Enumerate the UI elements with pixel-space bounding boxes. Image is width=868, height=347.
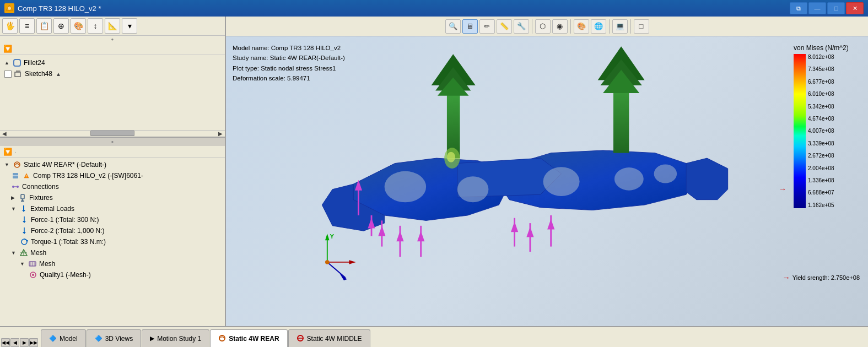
legend-value: 2.004e+08	[808, 165, 834, 171]
svg-point-5	[14, 162, 20, 167]
list-item[interactable]: Connections	[0, 181, 225, 192]
close-button[interactable]: ✕	[846, 2, 864, 14]
config-manager-button[interactable]: ⊕	[53, 18, 69, 34]
view-orient-button[interactable]: 🖥	[462, 19, 478, 34]
tab-prev-button[interactable]: ◀	[10, 338, 19, 347]
display-style-button[interactable]: ⬡	[535, 19, 551, 34]
list-item[interactable]: Force-1 (:Total: 300 N:)	[0, 214, 225, 225]
list-item[interactable]: ! Comp TR3 128 HILO_v2 (-[SW]6061-	[0, 170, 225, 181]
maximize-button[interactable]: □	[827, 2, 845, 14]
3dviews-tab-icon: 🔷	[95, 335, 103, 342]
svg-marker-17	[22, 210, 25, 212]
viewport[interactable]: 🔍 🖥 ✏ 📏 🔧 ⬡ ◉ 🎨 🌐 💻 □ Model name: Comp T…	[226, 17, 868, 326]
external-loads-icon	[19, 204, 28, 213]
bottom-tabs-bar: ◀◀ ◀ ▶ ▶▶ 🔷 Model 🔷 3D Views ▶ Motion St…	[0, 326, 868, 347]
svg-marker-23	[26, 240, 28, 242]
legend-pointer: →	[779, 185, 786, 193]
svg-marker-19	[23, 221, 26, 223]
zoom-tool-button[interactable]: 🔍	[445, 19, 461, 34]
warning-icon: !	[22, 171, 31, 180]
middle-splitter[interactable]: ●	[0, 138, 225, 146]
property-manager-button[interactable]: 📋	[36, 18, 52, 34]
tab-first-button[interactable]: ◀◀	[1, 338, 10, 347]
expand-arrow: ▼	[11, 250, 16, 256]
tree-item-label: Force-1 (:Total: 300 N:)	[31, 216, 99, 224]
list-item[interactable]: ▶ Fixtures	[0, 192, 225, 203]
svg-point-33	[385, 171, 427, 203]
svg-point-36	[614, 167, 644, 191]
yield-strength-marker: → Yield srength: 2.750e+08	[783, 273, 860, 282]
legend-value: 1.336e+08	[808, 177, 834, 183]
svg-point-71	[325, 260, 330, 264]
content-area: 🖐 ≡ 📋 ⊕ 🎨 ↕ 📐 ▾ ● 🔽 ▲	[0, 17, 868, 326]
display-manager-button[interactable]: 📐	[105, 18, 120, 34]
section-tool-button[interactable]: 🔧	[514, 19, 529, 34]
filter-separator: ·	[14, 148, 16, 156]
list-item[interactable]: ▼ Mesh	[0, 258, 225, 269]
list-item[interactable]: ▼ External Loads	[0, 203, 225, 214]
list-item[interactable]: ▲ Fillet24	[0, 57, 225, 68]
legend-value: 6.677e+08	[808, 79, 834, 85]
list-item[interactable]: Quality1 (-Mesh-)	[0, 269, 225, 280]
svg-marker-51	[417, 231, 424, 241]
list-item[interactable]: ▼ Static 4W REAR* (-Default-)	[0, 159, 225, 170]
svg-text:!: !	[26, 175, 27, 178]
tab-static-4w-rear[interactable]: Static 4W REAR	[210, 329, 287, 347]
scroll-up-arrow[interactable]: ▲	[55, 71, 62, 77]
svg-line-69	[327, 262, 346, 278]
legend-value: 6.010e+08	[808, 91, 834, 97]
tab-static-4w-middle[interactable]: Static 4W MIDDLE	[288, 329, 370, 347]
static-rear-tab-icon	[218, 334, 226, 343]
right-arrow[interactable]: ▶	[218, 131, 223, 137]
expand-arrow: ▼	[11, 206, 16, 212]
expand-arrow: ▶	[11, 195, 15, 200]
tree-item-checkbox[interactable]	[4, 71, 12, 78]
tab-3dviews-label: 3D Views	[105, 335, 133, 343]
tab-next-button[interactable]: ▶	[20, 338, 29, 347]
minimize-button[interactable]: —	[808, 2, 826, 14]
tab-model[interactable]: 🔷 Model	[41, 329, 86, 347]
tab-motion-study[interactable]: ▶ Motion Study 1	[142, 329, 209, 347]
toolbar-separator	[532, 19, 532, 34]
more-button[interactable]: □	[634, 19, 649, 34]
display-settings-button[interactable]: 💻	[612, 19, 628, 34]
scene-button[interactable]: 🌐	[591, 19, 606, 34]
left-arrow[interactable]: ◀	[2, 131, 7, 137]
list-item[interactable]: Force-2 (:Total: 1,000 N:)	[0, 225, 225, 236]
list-item[interactable]: Torque-1 (:Total: 33 N.m:)	[0, 236, 225, 247]
list-item[interactable]: Sketch48 ▲	[0, 68, 225, 79]
svg-point-63	[447, 152, 455, 162]
select-tool-button[interactable]: 🖐	[2, 18, 18, 34]
sketch-tool-button[interactable]: ✏	[479, 19, 495, 34]
list-item[interactable]: ▼ Mesh	[0, 247, 225, 258]
appearance-manager-button[interactable]: 🎨	[71, 18, 86, 34]
legend-value: 5.342e+08	[808, 104, 834, 110]
svg-marker-47	[378, 226, 385, 236]
main-container: 🖐 ≡ 📋 ⊕ 🎨 ↕ 📐 ▾ ● 🔽 ▲	[0, 17, 868, 347]
filter-bar: 🔽	[0, 43, 225, 55]
svg-marker-59	[547, 219, 554, 230]
legend-pointer-arrow: →	[779, 185, 786, 193]
svg-point-32	[32, 274, 34, 276]
feature-manager-button[interactable]: ≡	[19, 18, 35, 34]
tab-3dviews[interactable]: 🔷 3D Views	[87, 329, 141, 347]
toolbar-separator	[570, 19, 571, 34]
measure-tool-button[interactable]: 📏	[497, 19, 512, 34]
more-tools-button[interactable]: ▾	[122, 18, 137, 34]
tree-item-label: Torque-1 (:Total: 33 N.m:)	[31, 238, 106, 246]
color-legend: von Mises (N/m^2) 8.012e+08 7.345e+08 6.…	[794, 44, 860, 208]
tab-last-button[interactable]: ▶▶	[29, 338, 38, 347]
dim-xpert-button[interactable]: ↕	[88, 18, 103, 34]
fixtures-icon	[18, 193, 27, 202]
appearance-button[interactable]: 🎨	[574, 19, 589, 34]
svg-point-35	[543, 167, 580, 196]
quality-icon	[29, 270, 37, 279]
hide-show-button[interactable]: ◉	[552, 19, 568, 34]
left-panel: 🖐 ≡ 📋 ⊕ 🎨 ↕ 📐 ▾ ● 🔽 ▲	[0, 17, 226, 326]
legend-value: 6.688e+07	[808, 189, 834, 196]
restore-button[interactable]: ⧉	[790, 2, 807, 14]
top-tree-content: ▲ Fillet24	[0, 55, 225, 130]
legend-value: 2.672e+08	[808, 153, 834, 159]
mesh-icon	[19, 248, 28, 257]
svg-point-72	[219, 335, 225, 341]
